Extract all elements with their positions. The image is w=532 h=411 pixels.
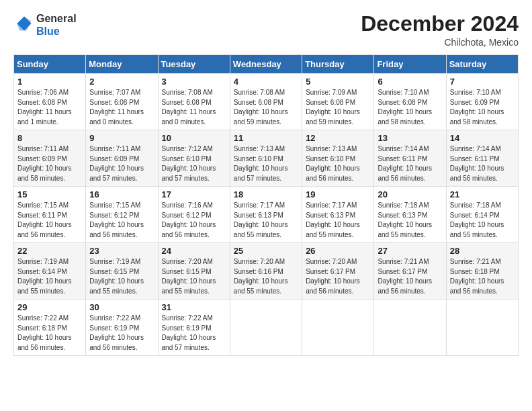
cell-line: Sunset: 6:18 PM xyxy=(17,324,67,332)
cell-line: Daylight: 10 hours xyxy=(234,277,288,285)
cell-line: Sunrise: 7:07 AM xyxy=(89,89,140,96)
calendar-cell: 28Sunrise: 7:21 AMSunset: 6:18 PMDayligh… xyxy=(446,243,518,300)
day-number: 28 xyxy=(450,246,515,256)
cell-line: Sunset: 6:12 PM xyxy=(162,212,212,219)
cell-line: Daylight: 10 hours xyxy=(306,221,360,228)
cell-text: Sunrise: 7:14 AMSunset: 6:11 PMDaylight:… xyxy=(450,144,515,183)
cell-line: Sunset: 6:12 PM xyxy=(89,212,139,219)
cell-text: Sunrise: 7:16 AMSunset: 6:12 PMDaylight:… xyxy=(162,201,226,240)
cell-line: and 55 minutes. xyxy=(17,287,65,295)
cell-text: Sunrise: 7:22 AMSunset: 6:19 PMDaylight:… xyxy=(162,314,226,353)
cell-line: Daylight: 10 hours xyxy=(162,277,216,285)
title-area: December 2024 Chilchota, Mexico xyxy=(361,12,519,48)
cell-line: Sunset: 6:10 PM xyxy=(234,155,283,163)
calendar-cell xyxy=(302,300,374,356)
cell-line: Sunrise: 7:10 AM xyxy=(450,89,501,96)
cell-line: Sunrise: 7:21 AM xyxy=(450,258,501,265)
cell-line: Daylight: 10 hours xyxy=(17,165,72,172)
cell-text: Sunrise: 7:06 AMSunset: 6:08 PMDaylight:… xyxy=(17,88,82,127)
cell-text: Sunrise: 7:12 AMSunset: 6:10 PMDaylight:… xyxy=(162,144,226,183)
col-header-tuesday: Tuesday xyxy=(158,55,230,74)
cell-line: Daylight: 10 hours xyxy=(17,334,72,341)
cell-text: Sunrise: 7:21 AMSunset: 6:18 PMDaylight:… xyxy=(450,257,515,296)
calendar-cell: 20Sunrise: 7:18 AMSunset: 6:13 PMDayligh… xyxy=(374,187,446,243)
col-header-thursday: Thursday xyxy=(302,55,374,74)
cell-line: Daylight: 10 hours xyxy=(378,277,432,285)
cell-line: Sunrise: 7:15 AM xyxy=(17,201,69,209)
cell-line: Sunset: 6:09 PM xyxy=(89,155,139,163)
cell-line: and 56 minutes. xyxy=(306,175,353,182)
cell-line: Sunrise: 7:22 AM xyxy=(17,314,69,322)
cell-line: Sunset: 6:09 PM xyxy=(17,155,67,163)
cell-line: Sunrise: 7:20 AM xyxy=(306,258,357,265)
cell-line: and 0 minutes. xyxy=(89,118,134,126)
cell-line: Sunrise: 7:11 AM xyxy=(89,145,140,152)
day-number: 2 xyxy=(89,77,154,87)
logo-line2: Blue xyxy=(36,25,77,38)
day-number: 16 xyxy=(89,189,154,199)
cell-line: Sunset: 6:09 PM xyxy=(450,99,500,106)
cell-text: Sunrise: 7:11 AMSunset: 6:09 PMDaylight:… xyxy=(17,144,82,183)
day-number: 12 xyxy=(306,133,370,143)
col-header-monday: Monday xyxy=(86,55,158,74)
cell-line: and 59 minutes. xyxy=(306,118,353,126)
cell-line: Daylight: 10 hours xyxy=(378,221,432,228)
calendar-cell: 9Sunrise: 7:11 AMSunset: 6:09 PMDaylight… xyxy=(86,130,158,187)
day-number: 11 xyxy=(234,133,298,143)
cell-line: Sunrise: 7:17 AM xyxy=(306,201,357,209)
cell-line: Sunrise: 7:13 AM xyxy=(306,145,357,152)
cell-line: Sunset: 6:08 PM xyxy=(234,99,283,106)
cell-line: and 55 minutes. xyxy=(234,231,281,238)
cell-line: and 56 minutes. xyxy=(378,175,425,182)
day-number: 15 xyxy=(17,189,82,199)
cell-line: Sunset: 6:19 PM xyxy=(89,324,139,332)
month-title: December 2024 xyxy=(361,12,519,36)
calendar-cell: 17Sunrise: 7:16 AMSunset: 6:12 PMDayligh… xyxy=(158,187,230,243)
cell-line: Sunset: 6:14 PM xyxy=(17,268,67,275)
cell-text: Sunrise: 7:17 AMSunset: 6:13 PMDaylight:… xyxy=(234,201,298,240)
cell-line: and 57 minutes. xyxy=(89,175,137,182)
cell-line: Sunrise: 7:14 AM xyxy=(378,145,429,152)
cell-line: and 56 minutes. xyxy=(17,344,65,351)
day-number: 8 xyxy=(17,133,82,143)
cell-line: Sunset: 6:13 PM xyxy=(378,212,427,219)
cell-line: and 55 minutes. xyxy=(450,231,498,238)
cell-line: Daylight: 10 hours xyxy=(17,221,72,228)
day-number: 18 xyxy=(234,189,298,199)
cell-text: Sunrise: 7:10 AMSunset: 6:08 PMDaylight:… xyxy=(378,88,442,127)
calendar-cell: 31Sunrise: 7:22 AMSunset: 6:19 PMDayligh… xyxy=(158,300,230,356)
cell-line: Sunset: 6:11 PM xyxy=(17,212,67,219)
cell-line: Sunset: 6:11 PM xyxy=(450,155,500,163)
calendar-cell: 15Sunrise: 7:15 AMSunset: 6:11 PMDayligh… xyxy=(14,187,86,243)
day-number: 21 xyxy=(450,189,515,199)
col-header-sunday: Sunday xyxy=(14,55,86,74)
calendar-cell: 3Sunrise: 7:08 AMSunset: 6:08 PMDaylight… xyxy=(158,74,230,130)
calendar-cell: 12Sunrise: 7:13 AMSunset: 6:10 PMDayligh… xyxy=(302,130,374,187)
logo-line1: General xyxy=(36,12,77,25)
cell-line: Daylight: 10 hours xyxy=(306,108,360,116)
calendar-cell: 27Sunrise: 7:21 AMSunset: 6:17 PMDayligh… xyxy=(374,243,446,300)
cell-line: Daylight: 10 hours xyxy=(17,277,72,285)
calendar-cell: 30Sunrise: 7:22 AMSunset: 6:19 PMDayligh… xyxy=(86,300,158,356)
cell-line: and 56 minutes. xyxy=(17,231,65,238)
cell-text: Sunrise: 7:21 AMSunset: 6:17 PMDaylight:… xyxy=(378,257,442,296)
cell-text: Sunrise: 7:09 AMSunset: 6:08 PMDaylight:… xyxy=(306,88,370,127)
week-row-3: 15Sunrise: 7:15 AMSunset: 6:11 PMDayligh… xyxy=(14,187,519,243)
cell-line: and 56 minutes. xyxy=(162,231,210,238)
cell-line: Daylight: 10 hours xyxy=(450,277,504,285)
cell-line: Sunrise: 7:12 AM xyxy=(162,145,213,152)
cell-line: Sunrise: 7:08 AM xyxy=(234,89,285,96)
cell-line: Daylight: 10 hours xyxy=(89,277,144,285)
cell-text: Sunrise: 7:18 AMSunset: 6:14 PMDaylight:… xyxy=(450,201,515,240)
cell-text: Sunrise: 7:20 AMSunset: 6:15 PMDaylight:… xyxy=(162,257,226,296)
calendar-cell: 29Sunrise: 7:22 AMSunset: 6:18 PMDayligh… xyxy=(14,300,86,356)
cell-text: Sunrise: 7:07 AMSunset: 6:08 PMDaylight:… xyxy=(89,88,154,127)
day-number: 7 xyxy=(450,77,515,87)
cell-text: Sunrise: 7:18 AMSunset: 6:13 PMDaylight:… xyxy=(378,201,442,240)
cell-text: Sunrise: 7:15 AMSunset: 6:11 PMDaylight:… xyxy=(17,201,82,240)
cell-line: Sunrise: 7:20 AM xyxy=(234,258,285,265)
cell-line: and 56 minutes. xyxy=(450,287,498,295)
cell-line: Sunset: 6:18 PM xyxy=(450,268,500,275)
day-number: 31 xyxy=(162,302,226,312)
cell-line: and 57 minutes. xyxy=(162,175,210,182)
